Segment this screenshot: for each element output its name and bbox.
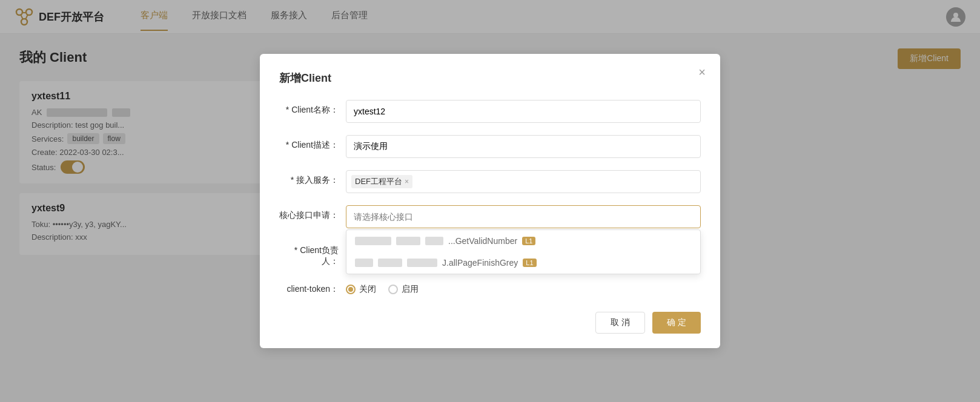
dropdown-item-1[interactable]: ...GetValidNumber L1 xyxy=(346,230,700,252)
form-row-client-name: * Client名称： xyxy=(279,100,701,123)
modal-title: 新增Client xyxy=(279,71,701,85)
mask-1 xyxy=(355,237,391,245)
client-owner-label: * Client负责人： xyxy=(279,240,346,267)
service-tag-remove[interactable]: × xyxy=(405,177,409,186)
dropdown-item-1-text: ...GetValidNumber xyxy=(448,236,517,246)
dropdown-item-2[interactable]: J.allPageFinishGrey L1 xyxy=(346,252,700,274)
badge-l1-2: L1 xyxy=(523,259,536,267)
modal: 新增Client × * Client名称： * Client描述： * 接入服… xyxy=(260,54,720,279)
service-tag-text: DEF工程平台 xyxy=(355,176,402,187)
core-api-dropdown: ...GetValidNumber L1 J.allPageFinishGrey… xyxy=(346,205,701,228)
mask-4 xyxy=(355,259,373,267)
badge-l1-1: L1 xyxy=(522,237,535,245)
mask-6 xyxy=(407,259,437,267)
service-tags-input[interactable]: DEF工程平台 × xyxy=(346,170,701,193)
form-row-core-api: 核心接口申请： ...GetValidNumber L1 xyxy=(279,205,701,228)
client-desc-input[interactable] xyxy=(346,135,701,158)
core-api-label: 核心接口申请： xyxy=(279,205,346,221)
client-name-input[interactable] xyxy=(346,100,701,123)
modal-close-button[interactable]: × xyxy=(698,66,706,78)
mask-3 xyxy=(425,237,443,245)
client-name-label: * Client名称： xyxy=(279,100,346,116)
service-label: * 接入服务： xyxy=(279,170,346,186)
client-desc-label: * Client描述： xyxy=(279,135,346,151)
service-tag-item: DEF工程平台 × xyxy=(351,175,412,188)
core-api-input[interactable] xyxy=(346,205,701,228)
form-row-service: * 接入服务： DEF工程平台 × xyxy=(279,170,701,193)
dropdown-item-2-text: J.allPageFinishGrey xyxy=(442,258,518,268)
form-row-client-desc: * Client描述： xyxy=(279,135,701,158)
dropdown-list: ...GetValidNumber L1 J.allPageFinishGrey… xyxy=(346,229,701,274)
mask-2 xyxy=(396,237,420,245)
mask-5 xyxy=(378,259,402,267)
modal-overlay: 新增Client × * Client名称： * Client描述： * 接入服… xyxy=(0,0,980,279)
